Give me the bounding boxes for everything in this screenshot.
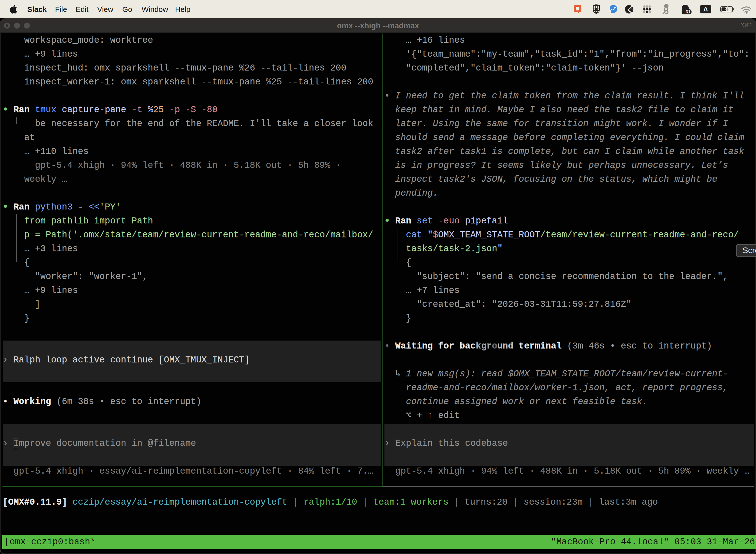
svg-text:..61: ..61 bbox=[683, 9, 691, 14]
svg-text:A: A bbox=[703, 5, 708, 13]
